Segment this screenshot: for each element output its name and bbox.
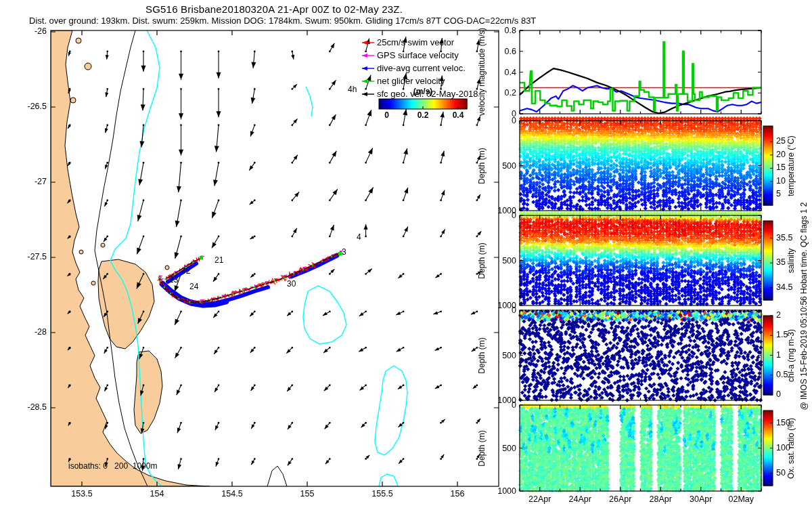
- seaglider-mission-figure: SG516 Brisbane20180320A 21-Apr 00Z to 02…: [0, 0, 812, 508]
- figure-canvas: [0, 0, 812, 508]
